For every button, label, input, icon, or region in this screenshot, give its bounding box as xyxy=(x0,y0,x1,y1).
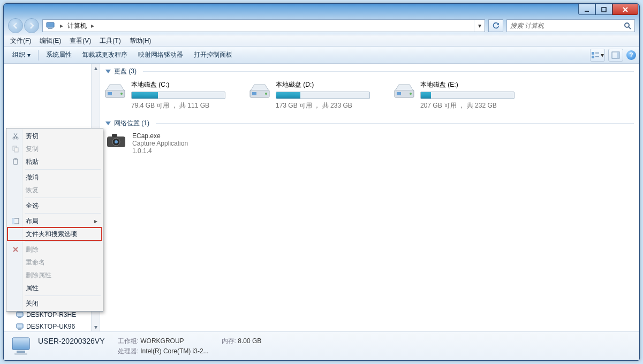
drive-free-text: 207 GB 可用 ， 共 232 GB xyxy=(420,101,523,110)
scroll-down-arrow-icon[interactable]: ▾ xyxy=(92,323,100,331)
svg-rect-2 xyxy=(47,22,54,27)
svg-rect-40 xyxy=(112,134,117,137)
menu-item-layout[interactable]: 布局 ▸ xyxy=(7,215,102,228)
netloc-item[interactable]: ECap.exe Capture Application 1.0.1.4 xyxy=(100,130,639,157)
svg-rect-25 xyxy=(18,317,21,318)
menu-bar: 文件(F) 编辑(E) 查看(V) 工具(T) 帮助(H) xyxy=(4,35,639,47)
nav-back-button[interactable] xyxy=(8,18,23,33)
svg-rect-32 xyxy=(252,92,256,95)
details-processor-label: 处理器: xyxy=(118,347,139,355)
menu-help[interactable]: 帮助(H) xyxy=(125,35,156,47)
drive-usage-fill xyxy=(421,92,431,98)
address-bar[interactable]: ▸ 计算机 ▸ ▾ xyxy=(42,19,485,32)
uninstall-change-button[interactable]: 卸载或更改程序 xyxy=(77,48,133,62)
menu-item-copy[interactable]: 复制 xyxy=(7,142,102,155)
copy-icon xyxy=(11,144,20,154)
svg-rect-5 xyxy=(592,52,594,55)
menu-item-properties[interactable]: 属性 xyxy=(7,282,102,294)
svg-rect-10 xyxy=(617,52,619,58)
drive-usage-fill xyxy=(132,92,158,98)
explorer-body: ▾ 网络 ADMINISTRATOR ASUS-PC DABAO xyxy=(4,64,639,331)
chevron-right-icon[interactable]: ▸ xyxy=(89,22,96,29)
help-button[interactable]: ? xyxy=(626,50,636,60)
menu-item-close[interactable]: 关闭 xyxy=(7,297,102,310)
menu-file[interactable]: 文件(F) xyxy=(6,35,35,47)
drive-item[interactable]: 本地磁盘 (E:) 207 GB 可用 ， 共 232 GB xyxy=(392,80,523,110)
nav-forward-button[interactable] xyxy=(24,18,39,33)
svg-point-36 xyxy=(410,93,412,95)
collapse-icon[interactable] xyxy=(105,122,111,125)
group-header-netloc[interactable]: 网络位置 (1) xyxy=(100,116,639,130)
window-close-button[interactable] xyxy=(612,4,638,15)
navigation-row: ▸ 计算机 ▸ ▾ xyxy=(4,19,639,35)
menu-item-undo[interactable]: 撤消 xyxy=(7,171,102,184)
details-processor-value: Intel(R) Core(TM) i3-2... xyxy=(140,347,208,355)
scroll-up-arrow-icon[interactable]: ▴ xyxy=(92,64,100,72)
svg-rect-51 xyxy=(14,353,27,355)
svg-rect-49 xyxy=(12,338,29,350)
svg-rect-6 xyxy=(592,56,594,58)
svg-point-39 xyxy=(115,140,118,143)
search-icon[interactable] xyxy=(621,20,634,32)
system-properties-button[interactable]: 系统属性 xyxy=(41,48,77,62)
open-control-panel-button[interactable]: 打开控制面板 xyxy=(188,48,238,62)
menu-edit[interactable]: 编辑(E) xyxy=(35,35,65,47)
camera-icon xyxy=(105,132,127,149)
svg-point-4 xyxy=(625,23,629,27)
details-computer-name: USER-20200326VY xyxy=(38,337,105,346)
chevron-right-icon[interactable]: ▸ xyxy=(58,22,65,29)
drive-item[interactable]: 本地磁盘 (D:) 173 GB 可用 ， 共 233 GB xyxy=(248,80,379,110)
refresh-button[interactable] xyxy=(488,19,503,32)
organize-menu-popup: 剪切 复制 粘贴 撤消 恢复 全选 xyxy=(6,128,103,312)
svg-rect-0 xyxy=(585,11,589,12)
window-maximize-button[interactable] xyxy=(595,4,612,15)
drive-usage-bar xyxy=(131,92,225,99)
drive-usage-bar xyxy=(276,92,370,99)
details-memory-label: 内存: xyxy=(222,337,236,345)
dropdown-arrow-icon: ▾ xyxy=(27,51,31,59)
svg-point-30 xyxy=(120,93,123,95)
drive-usage-bar xyxy=(420,92,515,99)
computer-icon xyxy=(16,323,24,330)
breadcrumb-computer[interactable]: 计算机 xyxy=(65,20,89,32)
organize-button[interactable]: 组织 ▾ xyxy=(7,48,36,62)
search-input[interactable] xyxy=(507,22,621,29)
svg-rect-3 xyxy=(48,28,52,29)
menu-tools[interactable]: 工具(T) xyxy=(95,35,125,47)
menu-item-select-all[interactable]: 全选 xyxy=(7,199,102,212)
svg-rect-50 xyxy=(17,351,25,353)
preview-pane-button[interactable] xyxy=(608,49,623,62)
svg-rect-46 xyxy=(14,158,17,160)
menu-item-delete[interactable]: 删除 xyxy=(7,243,102,256)
map-network-drive-button[interactable]: 映射网络驱动器 xyxy=(133,48,188,62)
computer-icon xyxy=(45,20,56,31)
svg-rect-7 xyxy=(595,52,599,54)
separator xyxy=(38,50,39,60)
drive-title: 本地磁盘 (C:) xyxy=(131,80,234,89)
search-box[interactable] xyxy=(506,19,635,32)
svg-rect-44 xyxy=(14,148,18,152)
menu-item-folder-options[interactable]: 文件夹和搜索选项 xyxy=(7,228,102,240)
drive-item[interactable]: 本地磁盘 (C:) 79.4 GB 可用 ， 共 111 GB xyxy=(103,80,234,110)
address-history-dropdown[interactable]: ▾ xyxy=(474,20,485,32)
view-mode-button[interactable]: ▾ xyxy=(590,49,605,62)
paste-icon xyxy=(11,157,20,166)
sidebar-item[interactable]: DESKTOP-UK96 xyxy=(4,321,100,331)
drive-title: 本地磁盘 (E:) xyxy=(420,80,523,89)
menu-item-remove-properties[interactable]: 删除属性 xyxy=(7,269,102,282)
svg-rect-48 xyxy=(12,218,14,224)
window-titlebar xyxy=(4,4,639,19)
group-header-hdd[interactable]: 更盘 (3) xyxy=(100,64,639,78)
menu-view[interactable]: 查看(V) xyxy=(65,35,95,47)
window-minimize-button[interactable] xyxy=(578,4,595,15)
details-workgroup-value: WORKGROUP xyxy=(140,337,184,345)
layout-icon xyxy=(11,216,20,226)
menu-item-redo[interactable]: 恢复 xyxy=(7,184,102,196)
group-label: 更盘 (3) xyxy=(114,67,137,76)
menu-item-rename[interactable]: 重命名 xyxy=(7,256,102,269)
menu-item-cut[interactable]: 剪切 xyxy=(7,130,102,142)
collapse-icon[interactable] xyxy=(105,70,111,73)
menu-item-paste[interactable]: 粘贴 xyxy=(7,155,102,168)
svg-rect-27 xyxy=(18,329,21,330)
sidebar-item-label: DESKTOP-R3HE xyxy=(26,311,76,318)
